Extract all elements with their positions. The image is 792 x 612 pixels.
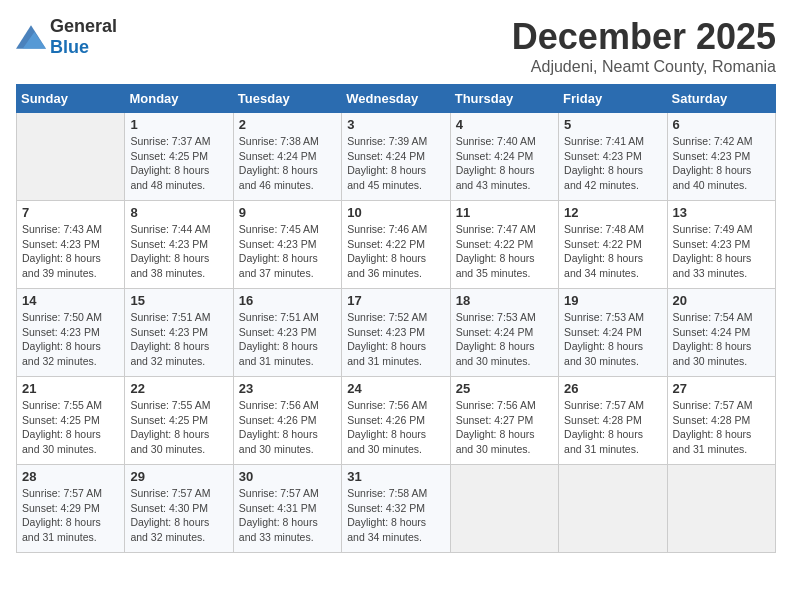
day-cell: 10Sunrise: 7:46 AMSunset: 4:22 PMDayligh… xyxy=(342,201,450,289)
month-title: December 2025 xyxy=(512,16,776,58)
day-info: Sunrise: 7:56 AMSunset: 4:26 PMDaylight:… xyxy=(347,398,444,457)
calendar-table: SundayMondayTuesdayWednesdayThursdayFrid… xyxy=(16,84,776,553)
day-number: 6 xyxy=(673,117,770,132)
day-number: 16 xyxy=(239,293,336,308)
day-number: 28 xyxy=(22,469,119,484)
week-row-4: 28Sunrise: 7:57 AMSunset: 4:29 PMDayligh… xyxy=(17,465,776,553)
day-info: Sunrise: 7:53 AMSunset: 4:24 PMDaylight:… xyxy=(564,310,661,369)
day-cell: 21Sunrise: 7:55 AMSunset: 4:25 PMDayligh… xyxy=(17,377,125,465)
day-number: 25 xyxy=(456,381,553,396)
day-number: 13 xyxy=(673,205,770,220)
week-row-0: 1Sunrise: 7:37 AMSunset: 4:25 PMDaylight… xyxy=(17,113,776,201)
day-number: 24 xyxy=(347,381,444,396)
day-info: Sunrise: 7:51 AMSunset: 4:23 PMDaylight:… xyxy=(239,310,336,369)
day-cell xyxy=(17,113,125,201)
day-info: Sunrise: 7:56 AMSunset: 4:26 PMDaylight:… xyxy=(239,398,336,457)
day-cell: 30Sunrise: 7:57 AMSunset: 4:31 PMDayligh… xyxy=(233,465,341,553)
day-number: 14 xyxy=(22,293,119,308)
day-cell xyxy=(559,465,667,553)
header-saturday: Saturday xyxy=(667,85,775,113)
day-cell: 3Sunrise: 7:39 AMSunset: 4:24 PMDaylight… xyxy=(342,113,450,201)
day-number: 27 xyxy=(673,381,770,396)
day-cell: 24Sunrise: 7:56 AMSunset: 4:26 PMDayligh… xyxy=(342,377,450,465)
day-number: 7 xyxy=(22,205,119,220)
day-number: 29 xyxy=(130,469,227,484)
day-number: 31 xyxy=(347,469,444,484)
day-number: 19 xyxy=(564,293,661,308)
day-cell: 31Sunrise: 7:58 AMSunset: 4:32 PMDayligh… xyxy=(342,465,450,553)
day-number: 30 xyxy=(239,469,336,484)
day-info: Sunrise: 7:40 AMSunset: 4:24 PMDaylight:… xyxy=(456,134,553,193)
day-cell: 22Sunrise: 7:55 AMSunset: 4:25 PMDayligh… xyxy=(125,377,233,465)
day-info: Sunrise: 7:57 AMSunset: 4:28 PMDaylight:… xyxy=(673,398,770,457)
day-info: Sunrise: 7:37 AMSunset: 4:25 PMDaylight:… xyxy=(130,134,227,193)
day-number: 22 xyxy=(130,381,227,396)
day-number: 9 xyxy=(239,205,336,220)
day-cell: 27Sunrise: 7:57 AMSunset: 4:28 PMDayligh… xyxy=(667,377,775,465)
day-cell: 23Sunrise: 7:56 AMSunset: 4:26 PMDayligh… xyxy=(233,377,341,465)
logo-blue: Blue xyxy=(50,37,89,57)
day-cell: 1Sunrise: 7:37 AMSunset: 4:25 PMDaylight… xyxy=(125,113,233,201)
day-cell: 4Sunrise: 7:40 AMSunset: 4:24 PMDaylight… xyxy=(450,113,558,201)
day-number: 15 xyxy=(130,293,227,308)
day-info: Sunrise: 7:45 AMSunset: 4:23 PMDaylight:… xyxy=(239,222,336,281)
day-info: Sunrise: 7:58 AMSunset: 4:32 PMDaylight:… xyxy=(347,486,444,545)
day-info: Sunrise: 7:43 AMSunset: 4:23 PMDaylight:… xyxy=(22,222,119,281)
day-cell: 20Sunrise: 7:54 AMSunset: 4:24 PMDayligh… xyxy=(667,289,775,377)
day-info: Sunrise: 7:48 AMSunset: 4:22 PMDaylight:… xyxy=(564,222,661,281)
day-cell: 14Sunrise: 7:50 AMSunset: 4:23 PMDayligh… xyxy=(17,289,125,377)
day-info: Sunrise: 7:54 AMSunset: 4:24 PMDaylight:… xyxy=(673,310,770,369)
day-info: Sunrise: 7:46 AMSunset: 4:22 PMDaylight:… xyxy=(347,222,444,281)
header-sunday: Sunday xyxy=(17,85,125,113)
week-row-3: 21Sunrise: 7:55 AMSunset: 4:25 PMDayligh… xyxy=(17,377,776,465)
day-cell: 12Sunrise: 7:48 AMSunset: 4:22 PMDayligh… xyxy=(559,201,667,289)
day-cell: 25Sunrise: 7:56 AMSunset: 4:27 PMDayligh… xyxy=(450,377,558,465)
day-info: Sunrise: 7:38 AMSunset: 4:24 PMDaylight:… xyxy=(239,134,336,193)
day-number: 2 xyxy=(239,117,336,132)
day-cell: 18Sunrise: 7:53 AMSunset: 4:24 PMDayligh… xyxy=(450,289,558,377)
day-info: Sunrise: 7:44 AMSunset: 4:23 PMDaylight:… xyxy=(130,222,227,281)
day-info: Sunrise: 7:53 AMSunset: 4:24 PMDaylight:… xyxy=(456,310,553,369)
day-cell: 11Sunrise: 7:47 AMSunset: 4:22 PMDayligh… xyxy=(450,201,558,289)
logo-general: General xyxy=(50,16,117,36)
logo-icon xyxy=(16,25,46,49)
day-number: 17 xyxy=(347,293,444,308)
header-monday: Monday xyxy=(125,85,233,113)
day-cell: 28Sunrise: 7:57 AMSunset: 4:29 PMDayligh… xyxy=(17,465,125,553)
header-row: SundayMondayTuesdayWednesdayThursdayFrid… xyxy=(17,85,776,113)
day-cell: 13Sunrise: 7:49 AMSunset: 4:23 PMDayligh… xyxy=(667,201,775,289)
day-info: Sunrise: 7:52 AMSunset: 4:23 PMDaylight:… xyxy=(347,310,444,369)
day-cell: 15Sunrise: 7:51 AMSunset: 4:23 PMDayligh… xyxy=(125,289,233,377)
day-cell: 6Sunrise: 7:42 AMSunset: 4:23 PMDaylight… xyxy=(667,113,775,201)
day-number: 8 xyxy=(130,205,227,220)
day-info: Sunrise: 7:49 AMSunset: 4:23 PMDaylight:… xyxy=(673,222,770,281)
day-info: Sunrise: 7:51 AMSunset: 4:23 PMDaylight:… xyxy=(130,310,227,369)
day-cell: 16Sunrise: 7:51 AMSunset: 4:23 PMDayligh… xyxy=(233,289,341,377)
logo-text: General Blue xyxy=(50,16,117,58)
day-cell: 5Sunrise: 7:41 AMSunset: 4:23 PMDaylight… xyxy=(559,113,667,201)
header-thursday: Thursday xyxy=(450,85,558,113)
page-header: General Blue December 2025 Adjudeni, Nea… xyxy=(16,16,776,76)
day-number: 5 xyxy=(564,117,661,132)
day-info: Sunrise: 7:39 AMSunset: 4:24 PMDaylight:… xyxy=(347,134,444,193)
day-cell: 29Sunrise: 7:57 AMSunset: 4:30 PMDayligh… xyxy=(125,465,233,553)
day-number: 12 xyxy=(564,205,661,220)
day-cell: 9Sunrise: 7:45 AMSunset: 4:23 PMDaylight… xyxy=(233,201,341,289)
day-number: 4 xyxy=(456,117,553,132)
day-cell xyxy=(450,465,558,553)
day-number: 21 xyxy=(22,381,119,396)
day-number: 1 xyxy=(130,117,227,132)
day-info: Sunrise: 7:47 AMSunset: 4:22 PMDaylight:… xyxy=(456,222,553,281)
day-number: 11 xyxy=(456,205,553,220)
header-friday: Friday xyxy=(559,85,667,113)
day-info: Sunrise: 7:57 AMSunset: 4:28 PMDaylight:… xyxy=(564,398,661,457)
header-tuesday: Tuesday xyxy=(233,85,341,113)
day-info: Sunrise: 7:41 AMSunset: 4:23 PMDaylight:… xyxy=(564,134,661,193)
day-info: Sunrise: 7:57 AMSunset: 4:29 PMDaylight:… xyxy=(22,486,119,545)
day-cell xyxy=(667,465,775,553)
day-cell: 7Sunrise: 7:43 AMSunset: 4:23 PMDaylight… xyxy=(17,201,125,289)
day-cell: 17Sunrise: 7:52 AMSunset: 4:23 PMDayligh… xyxy=(342,289,450,377)
day-number: 26 xyxy=(564,381,661,396)
header-wednesday: Wednesday xyxy=(342,85,450,113)
day-info: Sunrise: 7:42 AMSunset: 4:23 PMDaylight:… xyxy=(673,134,770,193)
